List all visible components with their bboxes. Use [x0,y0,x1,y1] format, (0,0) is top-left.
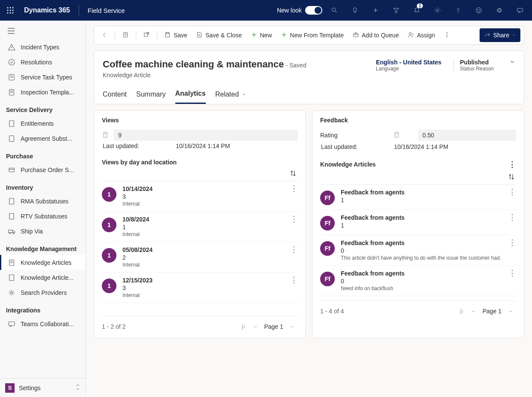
views-card: Views 9 Last updated: 10/16/2024 1:14 PM… [94,110,306,338]
search-button[interactable] [326,0,343,21]
list-item[interactable]: Ff Feedback from agents 1 ⋮ [320,210,516,235]
pager-prev-button[interactable]: ← [250,323,262,330]
section-more-button[interactable]: ⋮ [508,160,516,169]
add-button[interactable] [367,0,384,21]
pager-first-button[interactable]: |‹ [456,308,468,315]
svg-rect-34 [9,136,14,142]
sidebar-item-search-providers[interactable]: Search Providers [0,285,86,300]
row-more-button[interactable]: ⋮ [290,214,298,224]
list-item[interactable]: Ff Feedback from agents 0 This article d… [320,235,516,266]
svg-point-7 [10,12,11,14]
sort-button[interactable] [508,173,514,182]
pager-first-button[interactable]: |‹ [238,323,250,330]
views-subtitle: Views by day and location [102,159,177,166]
notification-badge: 1 [417,3,423,8]
svg-point-2 [12,7,14,9]
svg-rect-33 [9,121,14,127]
save-close-button[interactable]: Save & Close [193,28,245,42]
pager-next-button[interactable]: → [286,323,298,330]
new-look-toggle[interactable] [305,6,322,15]
row-more-button[interactable]: ⋮ [290,245,298,254]
open-new-window-button[interactable] [140,28,153,42]
feedback-button[interactable] [470,0,487,21]
pager-prev-button[interactable]: ← [468,308,480,315]
sidebar-item-rma-substatuses[interactable]: RMA Substatuses [0,194,86,209]
row-more-button[interactable]: ⋮ [508,268,516,278]
svg-point-57 [409,32,411,34]
list-item[interactable]: Ff Feedback from agents 1 ⋮ [320,185,516,210]
sidebar-item-incident-types[interactable]: Incident Types [0,39,86,55]
sidebar-item-resolutions[interactable]: Resolutions [0,55,86,70]
new-button[interactable]: New [247,28,275,42]
sort-button[interactable] [290,170,296,178]
rating-value: 0.50 [418,130,516,141]
language-field[interactable]: English - United States Language [376,59,441,72]
row-more-button[interactable]: ⋮ [290,275,298,285]
save-button[interactable]: Save [161,28,191,42]
views-card-title: Views [102,117,298,124]
help-button[interactable] [449,0,467,21]
status-reason-field[interactable]: Published Status Reason [453,59,494,72]
tab-related[interactable]: Related [215,86,247,104]
tab-content[interactable]: Content [103,86,127,104]
copilot-button[interactable] [491,0,508,21]
list-item[interactable]: 1 10/8/2024 1 Internal ⋮ [102,212,298,242]
pager-next-button[interactable]: → [504,308,516,315]
area-switcher[interactable]: S Settings [0,378,86,397]
open-recent-button[interactable] [119,28,132,42]
sidebar-item-entitlements[interactable]: Entitlements [0,116,86,131]
add-to-queue-button[interactable]: Add to Queue [349,28,402,42]
pager: 1 - 2 of 2 |‹ ← Page 1 → [102,316,298,330]
sidebar-item-inspection-templates[interactable]: Inspection Templa... [0,85,86,100]
tab-summary[interactable]: Summary [136,86,165,104]
svg-point-19 [497,9,502,12]
filter-button[interactable] [388,0,405,21]
svg-point-8 [12,12,14,14]
lightbulb-button[interactable] [346,0,364,21]
row-more-button[interactable]: ⋮ [508,238,516,247]
pager-page-label: Page 1 [480,308,504,315]
row-more-button[interactable]: ⋮ [290,184,298,193]
list-item[interactable]: 1 05/08/2024 2 Internal ⋮ [102,242,298,273]
views-count-value: 9 [114,130,298,141]
back-button[interactable] [98,28,111,42]
overflow-button[interactable] [440,28,454,42]
chat-button[interactable] [511,0,529,21]
alert-icon [8,43,15,51]
sidebar-item-ship-via[interactable]: Ship Via [0,224,86,239]
svg-rect-47 [123,32,127,37]
sidebar-item-service-task-types[interactable]: Service Task Types [0,70,86,85]
feedback-card: Feedback Rating 0.50 Last updated: 10/16… [312,110,524,338]
sidebar-item-knowledge-articles[interactable]: Knowledge Articles [0,255,86,270]
badge: 1 [102,187,116,202]
document-icon [8,197,15,205]
list-item[interactable]: Ff Feedback from agents 0 Need info on b… [320,266,516,296]
list-item[interactable]: 1 10/14/2024 3 Internal ⋮ [102,181,298,212]
sidebar-item-purchase-order-substatuses[interactable]: Purchase Order S... [0,162,86,177]
pager: 1 - 4 of 4 |‹ ← Page 1 → [320,300,516,315]
notifications-button[interactable]: 1 [408,0,425,21]
new-from-template-button[interactable]: New From Template [277,28,347,42]
gear-icon [8,289,15,297]
row-more-button[interactable]: ⋮ [508,212,516,222]
sidebar-item-rtv-substatuses[interactable]: RTV Substatuses [0,209,86,224]
sidebar-item-knowledge-article-templates[interactable]: Knowledge Article... [0,270,86,285]
svg-point-58 [446,32,447,33]
avatar: Ff [320,191,335,205]
svg-rect-38 [9,230,12,233]
sidebar-item-teams-collaboration[interactable]: Teams Collaborati... [0,316,86,331]
document-icon [8,88,15,96]
svg-point-5 [12,10,14,11]
tab-analytics[interactable]: Analytics [175,86,206,104]
brand-label: Dynamics 365 [21,6,73,14]
row-more-button[interactable]: ⋮ [508,187,516,197]
app-launcher-button[interactable] [3,3,17,17]
header-expand-button[interactable] [506,59,515,66]
share-button[interactable]: Share [480,28,520,42]
badge: 1 [102,248,116,263]
settings-button[interactable] [429,0,446,21]
sidebar-item-agreement-substatuses[interactable]: Agreement Subst... [0,131,86,146]
assign-button[interactable]: Assign [404,28,438,42]
list-item[interactable]: 1 12/15/2023 3 Internal ⋮ [102,273,298,303]
sidebar-toggle-button[interactable] [0,22,86,39]
